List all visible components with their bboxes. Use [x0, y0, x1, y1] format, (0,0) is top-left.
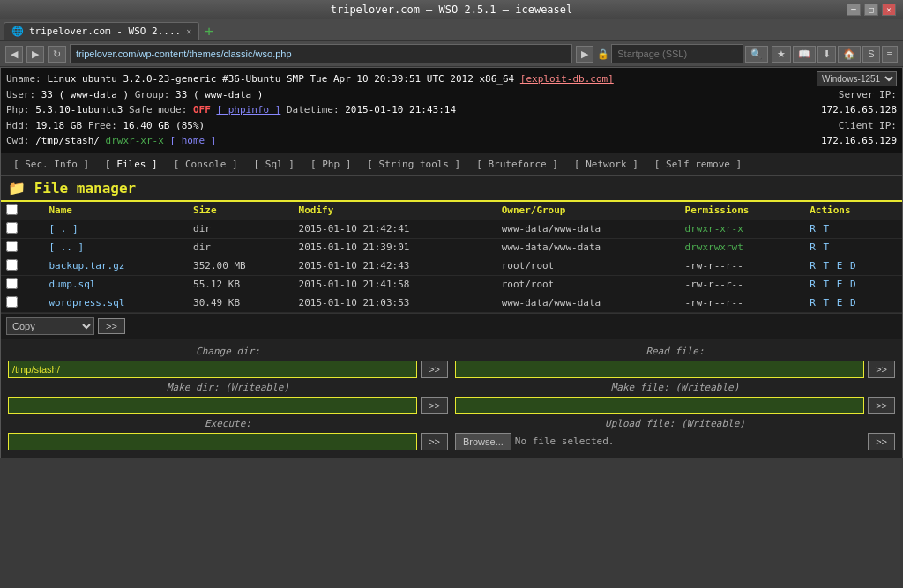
file-checkbox-1[interactable]	[6, 241, 18, 252]
tab-close-button[interactable]: ✕	[186, 26, 191, 36]
file-perms-2: -rw-r--r--	[680, 257, 805, 275]
file-table: Name Size Modify Owner/Group Permissions…	[1, 202, 902, 313]
action-e-link[interactable]: E	[837, 260, 843, 272]
change-dir-input[interactable]	[8, 361, 417, 378]
select-all-checkbox[interactable]	[6, 204, 18, 215]
make-dir-label: Make dir: (Writeable)	[8, 382, 448, 393]
user-value: 33 ( www-data )	[41, 89, 129, 100]
wso-container: Uname: Linux ubuntu 3.2.0-23-generic #36…	[0, 67, 903, 458]
go-button[interactable]: ▶	[576, 46, 593, 63]
file-manager-title: 📁 File manager	[1, 176, 902, 202]
execute-label: Execute:	[8, 418, 448, 429]
action-t-link[interactable]: T	[823, 242, 829, 253]
uname-value: Linux ubuntu 3.2.0-23-generic #36-Ubuntu…	[47, 73, 514, 85]
action-t-link[interactable]: T	[823, 260, 829, 272]
nav-php[interactable]: [ Php ]	[303, 157, 358, 172]
file-owner-3: root/root	[496, 275, 680, 294]
make-file-label: Make file: (Writeable)	[455, 382, 895, 393]
datetime-value: 2015-01-10 21:43:14	[345, 104, 456, 115]
make-file-input[interactable]	[455, 397, 864, 414]
execute-input[interactable]	[8, 433, 417, 450]
window-title: tripelover.com – WSO 2.5.1 – iceweasel	[56, 4, 847, 16]
action-d-link[interactable]: D	[850, 279, 856, 290]
upload-button[interactable]: >>	[868, 433, 895, 450]
nav-files[interactable]: [ Files ]	[98, 157, 165, 172]
action-r-link[interactable]: R	[810, 297, 816, 309]
file-manager-icon: 📁	[8, 180, 26, 197]
change-dir-button[interactable]: >>	[421, 361, 448, 378]
search-bar[interactable]	[611, 44, 743, 63]
execute-button[interactable]: >>	[421, 433, 448, 450]
url-bar[interactable]	[70, 44, 572, 63]
refresh-button[interactable]: ↻	[48, 46, 66, 63]
menu-button[interactable]: ≡	[882, 46, 898, 63]
download-button[interactable]: ⬇	[817, 46, 836, 63]
make-dir-input[interactable]	[8, 397, 417, 414]
forward-button[interactable]: ▶	[26, 46, 44, 63]
action-e-link[interactable]: E	[837, 297, 843, 309]
file-name-1[interactable]: [ .. ]	[49, 242, 84, 253]
file-chosen: No file selected.	[515, 435, 864, 447]
encoding-select[interactable]: Windows-1251 UTF-8	[817, 71, 897, 86]
action-d-link[interactable]: D	[850, 260, 856, 272]
action-r-link[interactable]: R	[810, 279, 816, 290]
action-r-link[interactable]: R	[810, 242, 816, 253]
make-dir-button[interactable]: >>	[421, 397, 448, 414]
action-t-link[interactable]: T	[823, 223, 829, 234]
file-name-2[interactable]: backup.tar.gz	[49, 260, 124, 272]
action-r-link[interactable]: R	[810, 223, 816, 234]
make-file-text: Make file:	[611, 382, 669, 393]
action-r-link[interactable]: R	[810, 260, 816, 272]
nav-network[interactable]: [ Network ]	[567, 157, 646, 172]
browse-button[interactable]: Browse...	[455, 433, 511, 450]
file-owner-0: www-data/www-data	[496, 220, 680, 238]
file-modify-4: 2015-01-10 21:03:53	[294, 294, 496, 312]
file-name-3[interactable]: dump.sql	[49, 279, 95, 290]
close-button[interactable]: ✕	[882, 4, 896, 16]
action-select[interactable]: Copy Move Delete	[6, 317, 94, 335]
exploit-link[interactable]: [exploit-db.com]	[520, 73, 614, 85]
file-name-4[interactable]: wordpress.sql	[49, 297, 124, 309]
action-e-link[interactable]: E	[837, 279, 843, 290]
copy-go-button[interactable]: >>	[98, 318, 125, 334]
change-dir-text: Change dir:	[196, 346, 260, 357]
file-checkbox-2[interactable]	[6, 259, 18, 271]
nav-string-tools[interactable]: [ String tools ]	[360, 157, 467, 172]
file-checkbox-4[interactable]	[6, 296, 18, 308]
file-modify-2: 2015-01-10 21:42:43	[294, 257, 496, 275]
minimize-button[interactable]: ─	[847, 4, 861, 16]
file-checkbox-0[interactable]	[6, 222, 18, 234]
datetime-label: Datetime:	[287, 104, 340, 115]
home-link[interactable]: [ home ]	[169, 135, 216, 146]
nav-sql[interactable]: [ Sql ]	[247, 157, 302, 172]
action-t-link[interactable]: T	[823, 297, 829, 309]
free-value: 16.40 GB (85%)	[123, 120, 205, 131]
file-owner-1: www-data/www-data	[496, 238, 680, 257]
nav-self-remove[interactable]: [ Self remove ]	[647, 157, 749, 172]
browser-tab[interactable]: 🌐 tripelover.com - WSO 2.... ✕	[4, 22, 199, 40]
action-d-link[interactable]: D	[850, 297, 856, 309]
file-checkbox-3[interactable]	[6, 278, 18, 289]
home-nav-button[interactable]: 🏠	[838, 46, 861, 63]
nav-console[interactable]: [ Console ]	[167, 157, 245, 172]
read-file-input[interactable]	[455, 361, 864, 378]
change-dir-row: >>	[8, 361, 448, 378]
phpinfo-link[interactable]: [ phpinfo ]	[216, 104, 280, 115]
action-t-link[interactable]: T	[823, 279, 829, 290]
col-size: Size	[188, 202, 294, 220]
col-perms: Permissions	[680, 202, 805, 220]
back-button[interactable]: ◀	[5, 46, 23, 63]
nav-sec-info[interactable]: [ Sec. Info ]	[6, 157, 96, 172]
bookmark-bar-button[interactable]: 📖	[793, 46, 816, 63]
file-owner-2: root/root	[496, 257, 680, 275]
hdd-label: Hdd:	[6, 120, 30, 131]
bookmark-button[interactable]: ★	[772, 46, 791, 63]
search-button[interactable]: 🔍	[745, 46, 768, 63]
new-tab-button[interactable]: +	[205, 23, 213, 40]
file-name-0[interactable]: [ . ]	[49, 223, 78, 234]
nav-bruteforce[interactable]: [ Bruteforce ]	[469, 157, 565, 172]
make-file-button[interactable]: >>	[868, 397, 895, 414]
read-file-button[interactable]: >>	[868, 361, 895, 378]
sync-button[interactable]: S	[862, 46, 879, 63]
maximize-button[interactable]: □	[864, 4, 878, 16]
